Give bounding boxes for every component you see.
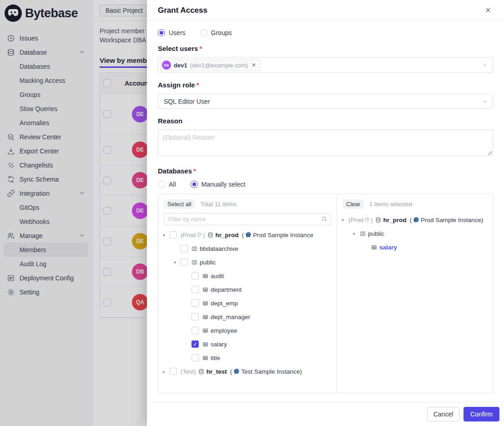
environment-label: (Prod ) — [348, 217, 373, 223]
tree-checkbox[interactable] — [170, 231, 177, 238]
tree-row-audit[interactable]: audit — [158, 269, 337, 283]
modal-title: Grant Access — [158, 6, 207, 15]
cancel-button[interactable]: Cancel — [427, 407, 459, 421]
postgres-icon — [245, 232, 252, 238]
tree-checkbox[interactable] — [181, 245, 188, 252]
assign-role-select[interactable]: SQL Editor User — [158, 94, 493, 109]
selected-tree: ▾(Prod )hr_prod( Prod Sample Instance)▾p… — [337, 213, 493, 254]
table-icon — [202, 328, 208, 334]
tree-node-name: dept_manager — [211, 314, 250, 320]
reason-input[interactable] — [158, 130, 493, 156]
filter-by-name-input[interactable] — [164, 213, 331, 225]
shield-icon — [197, 232, 202, 238]
table-icon — [202, 300, 208, 306]
tree-checkbox[interactable] — [192, 313, 199, 320]
tree-checkbox[interactable] — [192, 327, 199, 334]
tree-checkbox[interactable] — [170, 368, 177, 375]
required-asterisk: * — [197, 81, 199, 89]
tree-node-name: dept_emp — [211, 300, 238, 307]
postgres-icon — [233, 368, 240, 375]
schema-icon — [192, 246, 197, 252]
tree-checkbox[interactable] — [181, 259, 188, 266]
tree-row-public[interactable]: ▾public — [158, 255, 337, 269]
tree-node-name: public — [200, 259, 216, 266]
table-icon — [202, 355, 208, 361]
avatar: DE — [162, 61, 171, 70]
tree-node-name: department — [211, 286, 242, 293]
modal-footer: Cancel Confirm — [147, 402, 504, 426]
tree-row-hr_prod[interactable]: ▾(Prod )hr_prod( Prod Sample Instance — [158, 228, 337, 242]
tree-row-employee[interactable]: employee — [158, 324, 337, 337]
instance-label: ( Prod Sample Instance) — [410, 217, 484, 223]
databases-label: Databases* — [158, 167, 493, 176]
tree-expand-closed-icon[interactable]: ▸ — [163, 369, 170, 374]
modal-header: Grant Access ✕ — [147, 0, 504, 21]
tree-row-salary[interactable]: ✓salary — [158, 337, 337, 351]
instance-label: ( Test Sample Instance) — [230, 368, 302, 375]
database-transfer-panel: Select all Total 11 items ▾(Prod )hr_pro… — [158, 193, 493, 393]
tree-row-hr_prod[interactable]: ▾(Prod )hr_prod( Prod Sample Instance) — [337, 213, 493, 227]
environment-label: (Test) — [181, 368, 196, 375]
tree-node-name: hr_prod — [383, 217, 407, 223]
chip-remove-icon[interactable]: ✕ — [252, 62, 256, 68]
select-users-label: Select users* — [158, 45, 493, 54]
clear-button[interactable]: Clear — [343, 199, 364, 209]
tree-expand-open-icon[interactable]: ▾ — [353, 231, 360, 236]
tree-row-department[interactable]: department — [158, 283, 337, 296]
groups-radio[interactable] — [200, 29, 207, 36]
close-icon[interactable]: ✕ — [483, 5, 493, 15]
table-icon — [202, 314, 208, 320]
transfer-source-panel: Select all Total 11 items ▾(Prod )hr_pro… — [158, 194, 337, 393]
assign-role-value: SQL Editor User — [164, 98, 210, 105]
filter-field-wrap — [164, 213, 331, 225]
tree-expand-open-icon[interactable]: ▾ — [163, 233, 170, 238]
schema-icon — [360, 231, 366, 237]
grant-access-modal: Grant Access ✕ Users Groups Select users… — [147, 0, 504, 426]
selected-count-text: 1 items selected — [369, 201, 412, 208]
search-icon — [321, 216, 328, 224]
tree-checkbox[interactable] — [192, 286, 199, 293]
tree-node-name: salary — [211, 341, 227, 348]
table-icon — [371, 244, 377, 250]
select-all-button[interactable]: Select all — [164, 199, 195, 209]
databases-scope-radio-group: All Manually select — [158, 180, 493, 189]
select-users-input[interactable]: DE dev1 (dev1@example.com) ✕ — [158, 57, 493, 73]
tree-node-name: salary — [379, 244, 397, 251]
chevron-down-icon — [482, 98, 488, 105]
all-databases-radio-label[interactable]: All — [169, 181, 176, 188]
tree-node-name: title — [211, 355, 220, 361]
groups-radio-label[interactable]: Groups — [211, 29, 232, 36]
confirm-button[interactable]: Confirm — [464, 407, 499, 421]
tree-expand-open-icon[interactable]: ▾ — [342, 218, 348, 223]
tree-checkbox[interactable] — [192, 299, 199, 307]
table-icon — [202, 273, 208, 279]
all-databases-radio[interactable] — [158, 181, 165, 188]
tree-row-public[interactable]: ▾public — [337, 227, 493, 240]
tree-row-dept_emp[interactable]: dept_emp — [158, 296, 337, 310]
tree-row-hr_test[interactable]: ▸(Test)hr_test( Test Sample Instance) — [158, 365, 337, 378]
tree-checkbox[interactable] — [192, 354, 199, 361]
chip-user-email: (dev1@example.com) — [190, 62, 248, 69]
total-items-text: Total 11 items — [201, 201, 237, 208]
users-radio[interactable] — [158, 29, 165, 36]
manually-select-radio-label[interactable]: Manually select — [202, 181, 246, 188]
users-radio-label[interactable]: Users — [169, 29, 186, 36]
tree-node-name: audit — [211, 273, 224, 279]
database-icon — [207, 232, 213, 238]
schema-icon — [192, 259, 197, 265]
tree-checkbox[interactable]: ✓ — [192, 340, 199, 348]
source-tree: ▾(Prod )hr_prod( Prod Sample Instancebbd… — [158, 228, 337, 378]
selected-toolbar: Clear 1 items selected — [337, 198, 493, 209]
database-icon — [198, 369, 204, 375]
tree-row-title[interactable]: title — [158, 351, 337, 365]
tree-node-name: public — [368, 230, 384, 237]
tree-row-bbdataarchive[interactable]: bbdataarchive — [158, 242, 337, 255]
tree-row-salary[interactable]: salary — [337, 240, 493, 254]
tree-checkbox[interactable] — [192, 272, 199, 279]
table-icon — [202, 341, 208, 347]
target-type-radio-group: Users Groups — [158, 28, 493, 37]
modal-body: Users Groups Select users* DE dev1 (dev1… — [147, 21, 504, 399]
manually-select-radio[interactable] — [191, 181, 198, 188]
tree-row-dept_manager[interactable]: dept_manager — [158, 310, 337, 324]
tree-expand-open-icon[interactable]: ▾ — [174, 260, 181, 265]
